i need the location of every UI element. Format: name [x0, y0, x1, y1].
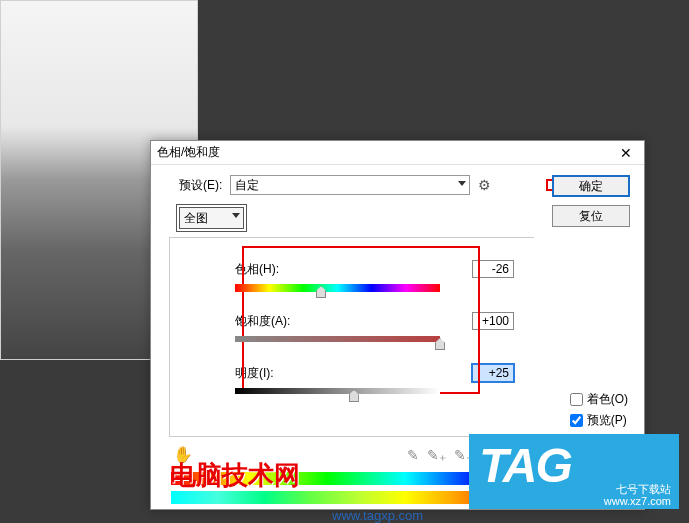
hue-input[interactable]: [472, 260, 514, 278]
reset-button[interactable]: 复位: [552, 205, 630, 227]
watermark-sub2: www.xz7.com: [604, 495, 671, 507]
saturation-label: 饱和度(A):: [235, 313, 290, 330]
channel-select[interactable]: 全图: [179, 207, 244, 229]
eyedropper-icon[interactable]: ✎: [407, 447, 419, 463]
dialog-title: 色相/饱和度: [157, 144, 220, 161]
lightness-input[interactable]: [472, 364, 514, 382]
watermark-text: 电脑技术网: [170, 458, 300, 493]
dialog-titlebar: 色相/饱和度 ✕: [151, 141, 644, 165]
hue-slider[interactable]: [235, 284, 440, 294]
watermark-tag-box: TAG 七号下载站 www.xz7.com: [469, 434, 679, 509]
close-icon[interactable]: ✕: [614, 143, 638, 163]
eyedropper-add-icon[interactable]: ✎₊: [427, 447, 446, 463]
preset-select[interactable]: 自定: [230, 175, 470, 195]
colorize-checkbox[interactable]: [570, 393, 583, 406]
ok-button[interactable]: 确定: [552, 175, 630, 197]
gear-icon[interactable]: ⚙: [478, 177, 491, 193]
colorize-label: 着色(O): [587, 391, 628, 408]
lightness-slider[interactable]: [235, 388, 440, 398]
preview-checkbox[interactable]: [570, 414, 583, 427]
lightness-label: 明度(I):: [235, 365, 274, 382]
sliders-group: 色相(H): 饱和度(A):: [169, 237, 534, 437]
saturation-input[interactable]: [472, 312, 514, 330]
saturation-slider[interactable]: [235, 336, 440, 346]
watermark-url: www.tagxp.com: [332, 508, 423, 523]
preset-label: 预设(E):: [179, 177, 222, 194]
preview-label: 预览(P): [587, 412, 627, 429]
hue-label: 色相(H):: [235, 261, 279, 278]
